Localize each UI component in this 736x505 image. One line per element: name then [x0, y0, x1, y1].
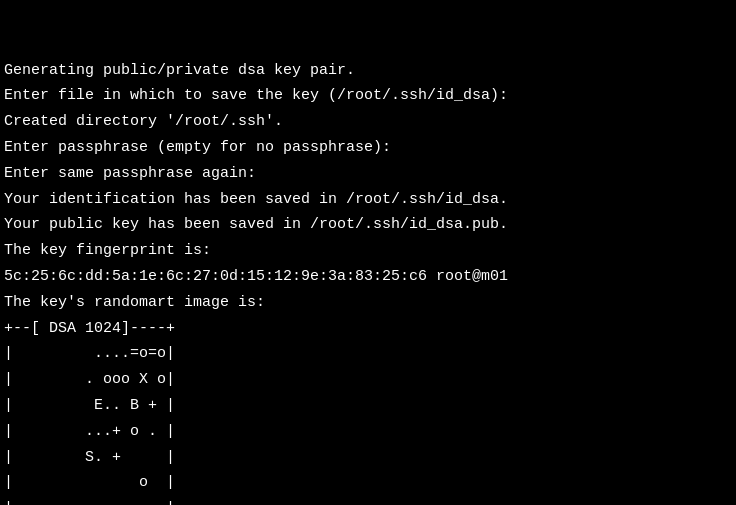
terminal-line: | ....=o=o|: [4, 341, 732, 367]
terminal-line: | . ooo X o|: [4, 367, 732, 393]
terminal-line: Your identification has been saved in /r…: [4, 187, 732, 213]
terminal-line: Created directory '/root/.ssh'.: [4, 109, 732, 135]
terminal-line: Enter file in which to save the key (/ro…: [4, 83, 732, 109]
terminal-line: Enter passphrase (empty for no passphras…: [4, 135, 732, 161]
terminal-line: +--[ DSA 1024]----+: [4, 316, 732, 342]
terminal-line: Generating public/private dsa key pair.: [4, 58, 732, 84]
terminal-line: | S. + |: [4, 445, 732, 471]
terminal-line: 5c:25:6c:dd:5a:1e:6c:27:0d:15:12:9e:3a:8…: [4, 264, 732, 290]
terminal-line: The key fingerprint is:: [4, 238, 732, 264]
terminal-line: | ...+ o . |: [4, 419, 732, 445]
terminal-line: | o |: [4, 470, 732, 496]
terminal-line: | |: [4, 496, 732, 505]
terminal-output: Generating public/private dsa key pair.E…: [4, 58, 732, 505]
terminal-line: Enter same passphrase again:: [4, 161, 732, 187]
terminal-line: The key's randomart image is:: [4, 290, 732, 316]
terminal-line: Your public key has been saved in /root/…: [4, 212, 732, 238]
terminal-line: | E.. B + |: [4, 393, 732, 419]
terminal-window: Generating public/private dsa key pair.E…: [0, 0, 736, 505]
